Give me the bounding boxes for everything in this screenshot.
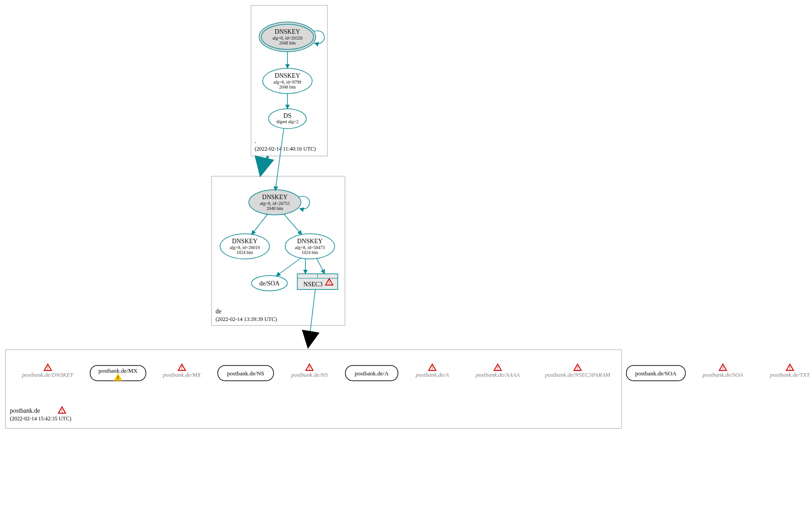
- root-zone-name: .: [255, 138, 256, 144]
- root-ksk-line2: alg=8, id=20326: [273, 36, 302, 40]
- rrset-item: postbank.de/A: [345, 365, 398, 381]
- svg-text:!: !: [432, 365, 433, 370]
- svg-rect-14: [5, 350, 622, 428]
- de-ksk-node: DNSKEY alg=8, id=26755 2048 bits: [249, 190, 301, 215]
- rrset-label: postbank.de/NSEC3PARAM: [544, 371, 610, 378]
- svg-text:!: !: [497, 365, 499, 370]
- rrset-item: postbank.de/MX!: [90, 365, 146, 381]
- root-zone-timestamp: (2022-02-14 11:40:16 UTC): [255, 146, 316, 152]
- de-nsec3-label: NSEC3: [304, 281, 323, 288]
- de-zsk1-line3: 1024 bits: [237, 250, 253, 255]
- zone-root: DNSKEY alg=8, id=20326 2048 bits DNSKEY …: [251, 5, 327, 156]
- rrset-label: postbank.de/TXT: [770, 371, 810, 378]
- root-ds-line2: digest alg=2: [276, 119, 298, 124]
- de-zsk2-line2: alg=8, id=58473: [295, 245, 325, 250]
- de-zsk2-node: DNSKEY alg=8, id=58473 1024 bits: [285, 234, 335, 259]
- de-zsk2-title: DNSKEY: [297, 238, 323, 245]
- de-nsec3-node: NSEC3 !: [297, 274, 338, 290]
- rrset-item: postbank.de/SOA: [627, 365, 685, 381]
- root-ds-node: DS digest alg=2: [269, 109, 306, 129]
- postbank-zone-name: postbank.de: [10, 407, 40, 414]
- svg-text:!: !: [328, 280, 330, 285]
- de-zsk1-title: DNSKEY: [232, 238, 258, 245]
- svg-text:!: !: [47, 365, 49, 370]
- svg-text:!: !: [722, 365, 724, 370]
- svg-text:!: !: [117, 375, 119, 380]
- root-ksk-node: DNSKEY alg=8, id=20326 2048 bits: [259, 22, 316, 52]
- edge-de-nsec3-to-postbank-black: [308, 342, 309, 347]
- zone-de: DNSKEY alg=8, id=26755 2048 bits DNSKEY …: [212, 176, 345, 325]
- rrset-item: !postbank.de/TXT: [770, 364, 810, 378]
- warning-icon: !: [719, 364, 727, 370]
- rrset-label: postbank.de/SOA: [702, 371, 743, 378]
- postbank-zone-timestamp: (2022-02-14 15:42:35 UTC): [10, 415, 71, 422]
- rrset-label: postbank.de/NS: [227, 370, 265, 377]
- rrset-item: !postbank.de/SOA: [702, 364, 743, 378]
- rrset-label: postbank.de/SOA: [635, 370, 677, 377]
- de-zsk1-line2: alg=8, id=26019: [230, 245, 260, 250]
- de-soa-label: de/SOA: [259, 280, 280, 287]
- root-zsk-title: DNSKEY: [275, 72, 300, 79]
- rrset-label: postbank.de/A: [415, 371, 449, 378]
- svg-text:!: !: [309, 365, 310, 370]
- root-ksk-title: DNSKEY: [275, 28, 300, 35]
- root-ds-title: DS: [283, 112, 291, 119]
- rrset-label: postbank.de/MX: [98, 367, 138, 374]
- svg-text:!: !: [61, 408, 62, 413]
- zone-postbank: !postbank.de/DNSKEYpostbank.de/MX!!postb…: [5, 350, 810, 428]
- root-zsk-line3: 2048 bits: [279, 85, 296, 89]
- svg-text:!: !: [789, 365, 790, 370]
- de-zone-timestamp: (2022-02-14 13:39:39 UTC): [216, 316, 277, 322]
- rrset-label: postbank.de/MX: [162, 371, 201, 378]
- de-ksk-title: DNSKEY: [262, 194, 288, 201]
- root-zsk-line2: alg=8, id=9799: [274, 80, 301, 85]
- rrset-label: postbank.de/AAAA: [475, 371, 520, 378]
- svg-text:!: !: [181, 365, 182, 370]
- warning-icon: !: [786, 364, 794, 370]
- edge-root-zone-to-de-zone: [260, 156, 268, 175]
- root-ksk-line3: 2048 bits: [279, 40, 296, 45]
- de-zone-name: de: [216, 308, 221, 315]
- de-ksk-line2: alg=8, id=26755: [260, 201, 290, 206]
- rrset-item: postbank.de/NS: [218, 365, 274, 381]
- de-zsk2-line3: 1024 bits: [302, 250, 318, 255]
- rrset-label: postbank.de/DNSKEY: [22, 371, 74, 378]
- rrset-label: postbank.de/A: [355, 370, 389, 377]
- root-zsk-node: DNSKEY alg=8, id=9799 2048 bits: [263, 68, 312, 94]
- de-soa-node: de/SOA: [252, 276, 287, 291]
- de-ksk-line3: 2048 bits: [267, 206, 283, 211]
- svg-text:!: !: [577, 365, 578, 370]
- rrset-label: postbank.de/NS: [291, 371, 328, 378]
- de-zsk1-node: DNSKEY alg=8, id=26019 1024 bits: [220, 234, 269, 259]
